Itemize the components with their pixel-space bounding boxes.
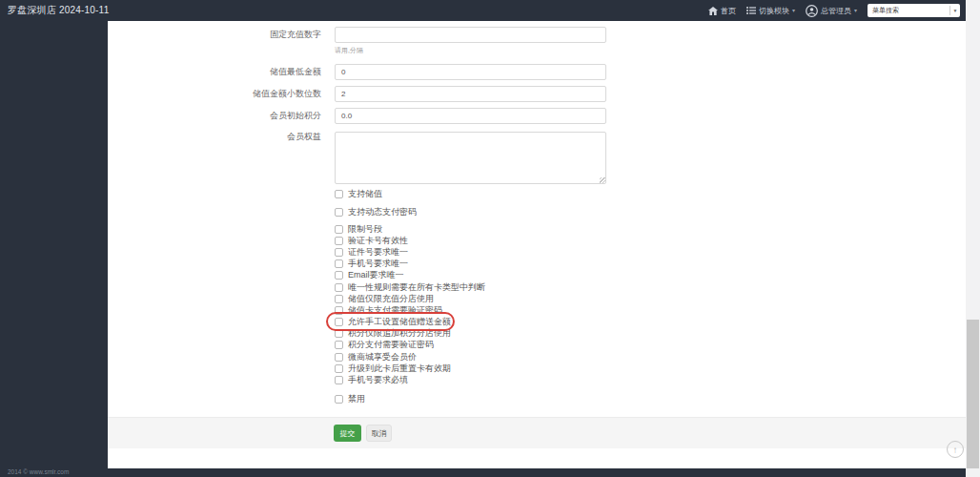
- field-label-fixed-recharge: 固定充值数字: [108, 27, 321, 43]
- checkbox-label: Email要求唯一: [348, 271, 404, 280]
- checkbox[interactable]: [335, 364, 343, 373]
- checkbox[interactable]: [335, 306, 343, 315]
- cancel-button[interactable]: 取消: [366, 425, 392, 442]
- checkbox[interactable]: [335, 376, 343, 384]
- checkbox-row: 积分仅限追加积分分店使用: [335, 328, 485, 340]
- topbar: 罗盘深圳店 2024-10-11 首页 切换模块 ▾ 总管理员 ▾: [0, 0, 966, 21]
- search-dropdown-button[interactable]: ▼: [949, 6, 960, 15]
- checkbox-row: 手机号要求必填: [335, 374, 485, 385]
- checkbox-label: 手机号要求唯一: [348, 259, 408, 268]
- form-action-bar: 提交 取消: [108, 417, 966, 448]
- checkbox[interactable]: [335, 295, 343, 303]
- checkbox-label: 允许手工设置储值赠送金额: [348, 318, 451, 326]
- checkbox[interactable]: [335, 259, 343, 268]
- checkbox[interactable]: [335, 225, 343, 234]
- checkbox[interactable]: [335, 341, 343, 349]
- checkbox-label: 唯一性规则需要在所有卡类型中判断: [348, 283, 485, 292]
- checkbox-row-highlighted: 允许手工设置储值赠送金额: [335, 317, 485, 328]
- checkbox-row-disable: 禁用: [335, 394, 365, 404]
- module-list-icon: [746, 7, 756, 14]
- field-label-min-stored-value: 储值最低金额: [108, 64, 321, 80]
- checkbox-label: 储值卡支付需要验证密码: [348, 306, 442, 315]
- checkbox-row: 唯一性规则需要在所有卡类型中判断: [335, 281, 485, 293]
- checkbox-row: 储值卡支付需要验证密码: [335, 304, 485, 316]
- checkbox-row: 升级到此卡后重置卡有效期: [335, 363, 485, 374]
- checkbox-label: 证件号要求唯一: [348, 248, 408, 257]
- checkbox-row-dynamic-pay-password: 支持动态支付密码: [335, 207, 417, 217]
- chevron-down-icon: ▾: [854, 8, 857, 13]
- checkbox-label: 验证卡号有效性: [348, 237, 408, 245]
- field-helper-text: 请用,分隔: [335, 46, 363, 55]
- checkbox[interactable]: [335, 395, 343, 404]
- caret-down-icon: ▼: [953, 8, 958, 13]
- checkbox[interactable]: [335, 237, 343, 245]
- checkbox-label: 手机号要求必填: [348, 376, 408, 384]
- checkbox[interactable]: [335, 271, 343, 280]
- checkbox[interactable]: [335, 353, 343, 362]
- checkbox[interactable]: [335, 329, 343, 338]
- checkbox-label: 微商城享受会员价: [348, 353, 417, 362]
- nav-home-label: 首页: [721, 6, 736, 16]
- store-title: 罗盘深圳店 2024-10-11: [8, 4, 109, 17]
- checkbox[interactable]: [335, 248, 343, 257]
- checkbox-label: 升级到此卡后重置卡有效期: [348, 364, 451, 373]
- checkbox-label: 储值仅限充值分店使用: [348, 295, 434, 303]
- field-label-initial-points: 会员初始积分: [108, 108, 321, 124]
- decimal-places-input[interactable]: [335, 86, 606, 102]
- settings-form-card: 固定充值数字 请用,分隔 储值最低金额 储值金额小数位数 会员初始积分 会员权益…: [108, 21, 966, 468]
- nav-switch-module[interactable]: 切换模块 ▾: [746, 6, 795, 16]
- checkbox[interactable]: [335, 190, 343, 198]
- vertical-scrollbar-thumb[interactable]: [967, 320, 979, 468]
- checkbox-label: 禁用: [348, 395, 365, 404]
- nav-switch-module-label: 切换模块: [759, 6, 789, 16]
- arrow-up-icon: ↑: [953, 445, 958, 455]
- menu-search-input[interactable]: 菜单搜索: [868, 6, 949, 15]
- option-checkbox-group: 限制号段 验证卡号有效性 证件号要求唯一 手机号要求唯一 Email要求唯一 唯…: [335, 223, 485, 386]
- checkbox-label: 积分仅限追加积分分店使用: [348, 329, 451, 338]
- checkbox-row: 手机号要求唯一: [335, 259, 485, 270]
- submit-button[interactable]: 提交: [334, 425, 361, 442]
- checkbox-label: 支持动态支付密码: [348, 208, 417, 217]
- scroll-to-top-button[interactable]: ↑: [947, 441, 964, 458]
- checkbox-label: 限制号段: [348, 225, 382, 234]
- nav-admin-label: 总管理员: [821, 6, 851, 16]
- copyright-text: 2014 © www.smlr.com: [8, 468, 69, 475]
- checkbox[interactable]: [335, 208, 343, 217]
- checkbox-row: 限制号段: [335, 223, 485, 235]
- checkbox-row-support-stored-value: 支持储值: [335, 189, 382, 198]
- checkbox-row: 验证卡号有效性: [335, 235, 485, 246]
- field-label-member-benefits: 会员权益: [108, 129, 321, 145]
- checkbox-row: 储值仅限充值分店使用: [335, 293, 485, 304]
- avatar-icon: [806, 5, 818, 17]
- nav-admin-menu[interactable]: 总管理员 ▾: [806, 5, 857, 17]
- nav-home[interactable]: 首页: [708, 6, 736, 16]
- checkbox-label: 支持储值: [348, 190, 382, 198]
- checkbox-row: 证件号要求唯一: [335, 246, 485, 258]
- field-label-decimal-places: 储值金额小数位数: [108, 86, 321, 102]
- menu-search-combobox[interactable]: 菜单搜索 ▼: [868, 4, 960, 17]
- min-stored-value-input[interactable]: [335, 64, 606, 80]
- checkbox-row: 积分支付需要验证密码: [335, 340, 485, 351]
- chevron-down-icon: ▾: [792, 8, 795, 13]
- member-benefits-textarea[interactable]: [335, 132, 606, 184]
- checkbox[interactable]: [335, 283, 343, 292]
- checkbox-row: 微商城享受会员价: [335, 351, 485, 363]
- home-icon: [708, 7, 718, 15]
- vertical-scrollbar-track[interactable]: [966, 0, 980, 477]
- checkbox-label: 积分支付需要验证密码: [348, 341, 434, 349]
- initial-points-input[interactable]: [335, 108, 606, 124]
- checkbox[interactable]: [335, 318, 343, 326]
- fixed-recharge-input[interactable]: [335, 27, 606, 43]
- checkbox-row: Email要求唯一: [335, 270, 485, 281]
